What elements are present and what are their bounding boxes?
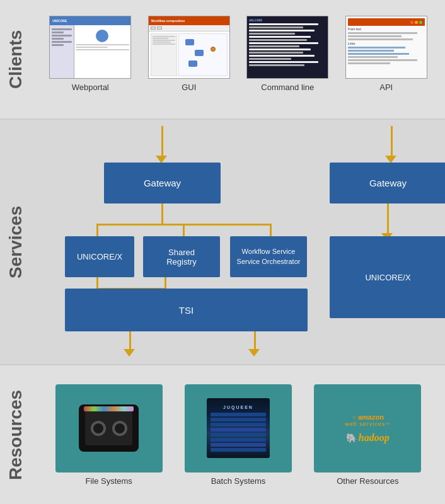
cmdline-label: Command line: [261, 83, 314, 92]
gui-label: GUI: [182, 83, 196, 92]
client-gui: Workflow composition: [145, 16, 233, 92]
resource-batchsystems: JUQUEEN Batch S: [182, 384, 295, 486]
tsi-box: TSI: [65, 289, 308, 331]
gui-screenshot: Workflow composition: [148, 16, 230, 79]
batchsystems-image: JUQUEEN: [185, 384, 292, 472]
api-mockscreen: From text Links: [346, 16, 427, 78]
gui-mockscreen: Workflow composition: [149, 16, 229, 78]
webportal-main: [74, 25, 131, 78]
cloud-logos: ☼ amazon web services™ 🐘 hadoop: [345, 413, 390, 444]
webportal-sidebar: [50, 25, 74, 78]
main-container: Clients UNICORE: [0, 0, 445, 504]
other-box: ☼ amazon web services™ 🐘 hadoop: [314, 384, 421, 472]
filesystems-box: [55, 384, 163, 472]
services-content: Gateway UNICORE/X Shared: [32, 120, 445, 364]
resources-content: File Systems JUQUEEN: [32, 365, 445, 504]
api-label: API: [379, 83, 393, 92]
client-cmdline: UNiCORE: [243, 16, 332, 92]
unicorex-left-box: UNICORE/X: [65, 236, 134, 277]
clients-items: UNICORE: [41, 6, 436, 92]
services-diagram: Gateway UNICORE/X Shared: [41, 126, 436, 353]
tsi-down-head-center: [248, 349, 260, 357]
unicorex-right-box: UNICORE/X: [330, 236, 445, 318]
webportal-title-text: UNICORE: [52, 19, 67, 23]
gw-right-vline: [387, 203, 389, 236]
gateway-right-box: Gateway: [330, 163, 445, 203]
gw-left-vline: [161, 203, 163, 226]
workflow-service-box: Workflow Service Service Orchestrator: [230, 236, 307, 277]
clients-content: UNICORE: [32, 0, 445, 118]
cmdline-screenshot: UNiCORE: [246, 16, 328, 79]
webportal-screenshot: UNICORE: [49, 16, 131, 79]
webportal-label: Webportal: [72, 83, 109, 92]
tsi-down-head-left: [124, 349, 135, 357]
batchsystems-label: Batch Systems: [211, 476, 266, 486]
gw-left-vline-right: [270, 224, 272, 238]
resources-section: Resources: [0, 365, 445, 504]
tsi-vline-center: [165, 277, 166, 290]
webportal-mockscreen: UNICORE: [50, 16, 130, 78]
filesystems-image: [55, 384, 163, 472]
resource-other: ☼ amazon web services™ 🐘 hadoop: [311, 384, 424, 486]
resources-label: Resources: [0, 365, 32, 504]
arrow-left-line: [161, 126, 163, 158]
batchsystems-box: JUQUEEN: [185, 384, 292, 472]
cmdline-mockscreen: UNiCORE: [247, 16, 328, 78]
services-label: Services: [0, 120, 32, 364]
filesystems-label: File Systems: [85, 476, 132, 486]
other-label: Other Resources: [337, 476, 398, 486]
webportal-titlebar: UNICORE: [50, 16, 130, 25]
clients-section: Clients UNICORE: [0, 0, 445, 120]
webportal-body: [50, 25, 130, 78]
services-section: Services Gateway: [0, 120, 445, 365]
arrow-right-line: [391, 126, 393, 158]
gw-left-vline-left: [96, 224, 98, 238]
resources-items: File Systems JUQUEEN: [41, 372, 436, 498]
gw-left-vline-center: [183, 224, 185, 238]
shared-registry-box: Shared Registry: [143, 236, 220, 277]
other-image: ☼ amazon web services™ 🐘 hadoop: [314, 384, 421, 472]
gateway-left-box: Gateway: [104, 163, 221, 203]
resource-filesystems: File Systems: [52, 384, 166, 486]
client-webportal: UNICORE: [46, 16, 134, 92]
clients-label: Clients: [0, 0, 32, 118]
client-api: From text Links A: [342, 16, 431, 92]
api-screenshot: From text Links: [345, 16, 427, 79]
